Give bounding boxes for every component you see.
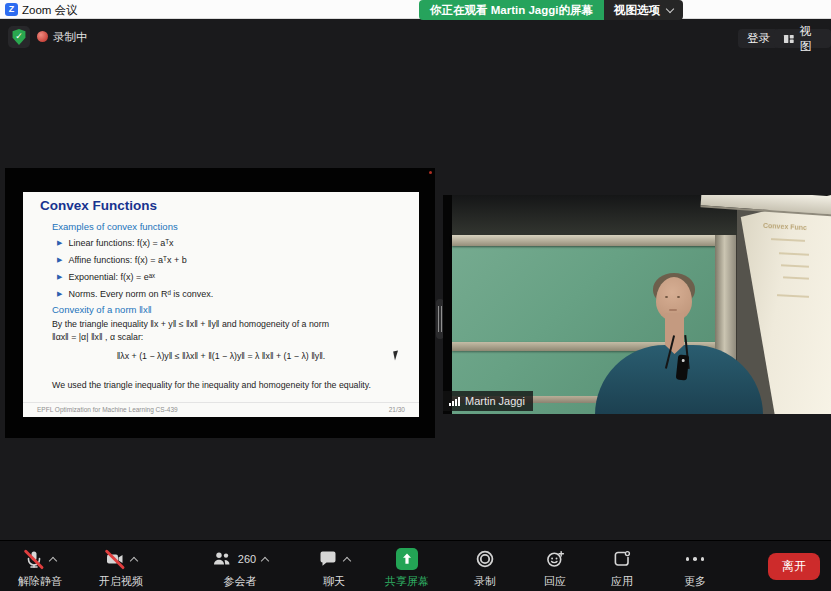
slide-paragraph-line: ‖αx‖ = |α| ‖x‖ , α scalar: (52, 332, 143, 342)
chat-chevron-icon[interactable] (343, 556, 351, 564)
slide-footer-text: EPFL Optimization for Machine Learning C… (37, 406, 178, 413)
slide-bullet: ▶Linear functions: f(x) = aᵀx (57, 238, 174, 248)
video-letterbox (443, 195, 452, 414)
slide-page-number: 21/30 (389, 406, 405, 413)
apps-button[interactable]: 应用 (594, 547, 650, 589)
recording-status-label: 录制中 (53, 30, 88, 45)
slide-title: Convex Functions (40, 198, 157, 213)
encryption-badge[interactable]: ✓ (8, 26, 30, 48)
microphone-muted-icon (24, 549, 44, 569)
zoom-meeting-window: Z Zoom 会议 你正在观看 Martin Jaggi的屏幕 视图选项 ✓ 录… (0, 0, 831, 591)
screen-share-banner: 你正在观看 Martin Jaggi的屏幕 视图选项 (419, 0, 683, 20)
signin-button[interactable]: 登录 (738, 29, 779, 48)
participants-icon (212, 549, 232, 569)
participant-count: 260 (238, 553, 256, 565)
more-dots-icon (686, 549, 705, 569)
projected-text-line (781, 264, 809, 267)
slide-section-heading: Convexity of a norm ‖x‖ (52, 304, 152, 315)
share-screen-label: 共享屏幕 (385, 574, 429, 589)
classroom-wall (452, 195, 737, 237)
presentation-slide: Convex Functions Examples of convex func… (23, 192, 419, 417)
record-icon (475, 549, 495, 569)
record-button[interactable]: 录制 (457, 547, 513, 589)
more-label: 更多 (684, 574, 706, 589)
signal-strength-icon (449, 397, 460, 406)
projected-text-line (777, 294, 809, 298)
projected-text-line (771, 238, 805, 242)
slide-bullet: ▶Affine functions: f(x) = aᵀx + b (57, 255, 187, 265)
share-screen-button[interactable]: 共享屏幕 (371, 547, 443, 589)
bullet-triangle-icon: ▶ (57, 239, 62, 246)
more-button[interactable]: 更多 (667, 547, 723, 589)
bullet-triangle-icon: ▶ (57, 256, 62, 263)
slide-footer: EPFL Optimization for Machine Learning C… (23, 402, 419, 415)
camera-off-icon (105, 549, 125, 569)
view-options-button[interactable]: 视图选项 (604, 0, 683, 20)
shield-check-icon: ✓ (12, 29, 26, 45)
slide-equation: ‖λx + (1 − λ)y‖ ≤ ‖λx‖ + ‖(1 − λ)y‖ = λ … (23, 351, 419, 361)
bullet-triangle-icon: ▶ (57, 273, 62, 280)
chat-bubble-icon (318, 549, 338, 569)
watching-banner-text: 你正在观看 Martin Jaggi的屏幕 (419, 0, 604, 20)
speaker-mouth (669, 309, 677, 311)
speaker-video-pane[interactable]: Convex Func Martin Jaggi (443, 195, 831, 414)
chat-label: 聊天 (323, 574, 345, 589)
meeting-toolbar: 解除静音 开启视频 260 参会者 (0, 540, 831, 591)
slide-bullet: ▶Exponential: f(x) = eᵃˣ (57, 272, 155, 282)
speaker-eye (665, 296, 668, 298)
unmute-button[interactable]: 解除静音 (0, 547, 80, 589)
speaker-eye (677, 296, 680, 298)
slide-bullet: ▶Norms. Every norm on Rᵈ is convex. (57, 289, 213, 299)
slide-closing-line: We used the triangle inequality for the … (52, 380, 371, 390)
start-video-label: 开启视频 (99, 574, 143, 589)
zoom-logo-icon: Z (5, 3, 18, 16)
reactions-button[interactable]: 回应 (527, 547, 583, 589)
speaker-neck (665, 313, 684, 347)
recording-indicator-icon (37, 31, 48, 42)
unmute-label: 解除静音 (18, 574, 62, 589)
window-title: Zoom 会议 (22, 3, 78, 18)
projected-text-line (783, 276, 809, 279)
reactions-label: 回应 (544, 574, 566, 589)
audio-options-chevron-icon[interactable] (49, 556, 57, 564)
apps-label: 应用 (611, 574, 633, 589)
slide-paragraph-line: By the triangle inequality ‖x + y‖ ≤ ‖x‖… (52, 319, 329, 329)
reactions-smiley-icon (545, 549, 565, 569)
share-screen-icon (396, 548, 418, 570)
chat-button[interactable]: 聊天 (302, 547, 366, 589)
record-label: 录制 (474, 574, 496, 589)
start-video-button[interactable]: 开启视频 (81, 547, 161, 589)
participants-button[interactable]: 260 参会者 (194, 547, 286, 589)
video-options-chevron-icon[interactable] (130, 556, 138, 564)
view-options-label: 视图选项 (614, 3, 660, 18)
projected-text-line (779, 252, 809, 256)
apps-icon (612, 549, 632, 569)
view-button[interactable]: 视图 (774, 29, 831, 48)
board-rail-top (452, 235, 737, 246)
signin-label: 登录 (747, 31, 770, 46)
window-title-bar: Z Zoom 会议 (0, 0, 831, 19)
bullet-triangle-icon: ▶ (57, 290, 62, 297)
participant-name-tag: Martin Jaggi (443, 391, 533, 411)
shared-screen-pane[interactable]: Convex Functions Examples of convex func… (5, 168, 435, 438)
chevron-down-icon (666, 4, 674, 12)
view-label: 视图 (800, 24, 822, 54)
projected-slide-title: Convex Func (763, 222, 807, 231)
layout-view-icon (783, 33, 795, 45)
slide-subtitle: Examples of convex functions (52, 221, 178, 232)
leave-meeting-button[interactable]: 离开 (768, 553, 820, 580)
share-recording-dot (429, 171, 432, 174)
participants-label: 参会者 (224, 574, 257, 589)
participant-name: Martin Jaggi (465, 395, 525, 407)
participants-chevron-icon[interactable] (261, 556, 269, 564)
